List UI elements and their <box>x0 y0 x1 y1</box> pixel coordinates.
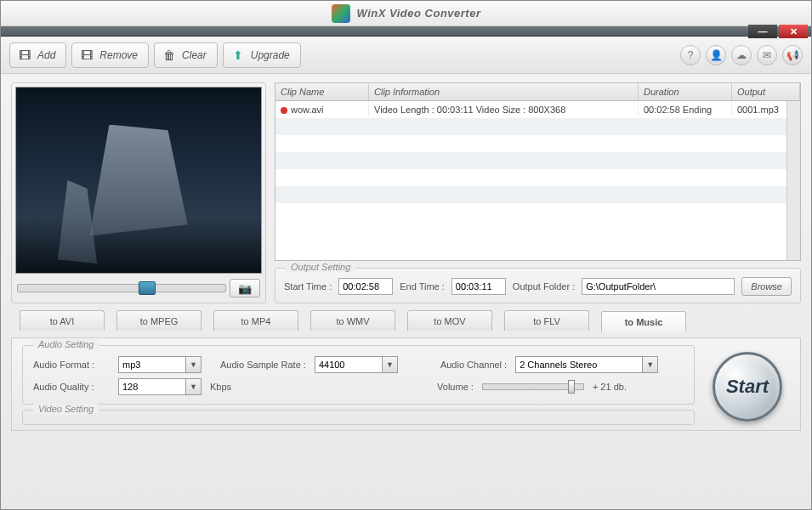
minimize-button[interactable]: — <box>748 25 777 38</box>
toolbar: 🎞 Add 🎞 Remove 🗑 Clear ⬆ Upgrade ? 👤 ☁ ✉… <box>1 37 811 74</box>
audio-quality-select[interactable]: ▼ <box>118 378 202 395</box>
volume-thumb[interactable] <box>568 380 575 394</box>
menubar: — ✕ <box>1 26 811 37</box>
remove-icon: 🎞 <box>79 48 94 63</box>
tab-wmv[interactable]: to WMV <box>310 310 395 331</box>
preview-image <box>16 88 261 273</box>
audio-format-input[interactable] <box>118 356 186 373</box>
audio-quality-unit: Kbps <box>210 382 231 392</box>
video-legend: Video Setting <box>33 404 99 414</box>
dropdown-arrow-icon[interactable]: ▼ <box>383 356 398 373</box>
content: 📷 Clip Name Clip Information Duration Ou… <box>1 74 811 509</box>
end-time-label: End Time : <box>400 281 445 292</box>
close-button[interactable]: ✕ <box>779 25 808 38</box>
tab-music[interactable]: to Music <box>601 311 686 332</box>
audio-channel-select[interactable]: ▼ <box>515 356 658 373</box>
volume-slider[interactable] <box>482 383 584 390</box>
snapshot-button[interactable]: 📷 <box>230 279 260 298</box>
tab-flv[interactable]: to FLV <box>504 310 589 331</box>
app-logo-icon <box>332 4 350 23</box>
volume-label: Volume : <box>437 382 474 392</box>
start-button[interactable]: Start <box>713 352 782 422</box>
remove-button[interactable]: 🎞 Remove <box>71 42 149 68</box>
audio-channel-label: Audio Channel : <box>440 360 507 370</box>
add-button[interactable]: 🎞 Add <box>9 42 66 68</box>
col-duration[interactable]: Duration <box>639 83 732 100</box>
col-output[interactable]: Output <box>732 83 800 100</box>
web-button[interactable]: ☁ <box>731 45 752 65</box>
video-preview[interactable] <box>15 87 262 274</box>
start-time-input[interactable] <box>338 278 393 295</box>
help-button[interactable]: ? <box>680 45 701 65</box>
audio-quality-input[interactable] <box>118 378 186 395</box>
grid-scrollbar[interactable] <box>786 101 800 260</box>
audio-sample-input[interactable] <box>315 356 383 373</box>
dropdown-arrow-icon[interactable]: ▼ <box>186 378 202 395</box>
start-time-label: Start Time : <box>284 281 332 292</box>
tab-mp4[interactable]: to MP4 <box>213 310 298 331</box>
table-row[interactable]: wow.avi Video Length : 00:03:11 Video Si… <box>275 101 800 118</box>
clear-icon: 🗑 <box>162 48 177 63</box>
seek-thumb[interactable] <box>139 281 156 295</box>
audio-format-label: Audio Format : <box>33 360 110 370</box>
grid-body: wow.avi Video Length : 00:03:11 Video Si… <box>275 101 800 260</box>
audio-setting-group: Audio Setting Audio Format : ▼ Audio Sam… <box>22 345 695 405</box>
volume-value: + 21 db. <box>593 382 627 392</box>
mail-button[interactable]: ✉ <box>757 45 777 65</box>
audio-format-select[interactable]: ▼ <box>118 356 202 373</box>
format-tabs: to AVI to MPEG to MP4 to WMV to MOV to F… <box>11 310 801 331</box>
output-folder-label: Output Folder : <box>513 281 575 292</box>
col-clip-name[interactable]: Clip Name <box>275 83 369 100</box>
upgrade-label: Upgrade <box>251 49 290 61</box>
tab-mpeg[interactable]: to MPEG <box>116 310 202 331</box>
clear-button[interactable]: 🗑 Clear <box>154 42 218 68</box>
tab-mov[interactable]: to MOV <box>407 310 492 331</box>
cell-duration: 00:02:58 Ending <box>639 103 732 116</box>
add-label: Add <box>37 49 55 61</box>
output-folder-input[interactable] <box>582 278 735 295</box>
audio-sample-select[interactable]: ▼ <box>315 356 398 373</box>
tab-avi[interactable]: to AVI <box>20 310 105 331</box>
titlebar: WinX Video Converter <box>1 1 811 26</box>
audio-legend: Audio Setting <box>33 339 99 349</box>
audio-channel-input[interactable] <box>515 356 643 373</box>
dropdown-arrow-icon[interactable]: ▼ <box>186 356 202 373</box>
video-setting-group: Video Setting <box>22 410 695 425</box>
clip-grid: Clip Name Clip Information Duration Outp… <box>275 82 801 261</box>
col-clip-info[interactable]: Clip Information <box>369 83 639 100</box>
cell-info: Video Length : 00:03:11 Video Size : 800… <box>369 103 639 116</box>
upgrade-icon: ⬆ <box>230 48 246 63</box>
cell-name: wow.avi <box>291 105 324 115</box>
audio-quality-label: Audio Quality : <box>33 382 110 392</box>
browse-button[interactable]: Browse <box>741 277 792 296</box>
remove-label: Remove <box>99 49 138 61</box>
app-title: WinX Video Converter <box>357 7 481 20</box>
camera-icon: 📷 <box>238 282 252 295</box>
announce-button[interactable]: 📢 <box>782 45 803 65</box>
output-legend: Output Setting <box>286 262 355 272</box>
audio-sample-label: Audio Sample Rate : <box>220 360 306 370</box>
settings-panel: Audio Setting Audio Format : ▼ Audio Sam… <box>11 337 801 431</box>
account-button[interactable]: 👤 <box>706 45 726 65</box>
seek-slider[interactable] <box>17 284 226 292</box>
output-setting-group: Output Setting Start Time : End Time : O… <box>275 268 801 303</box>
clear-label: Clear <box>182 49 207 61</box>
upgrade-button[interactable]: ⬆ Upgrade <box>223 42 301 68</box>
dropdown-arrow-icon[interactable]: ▼ <box>643 356 658 373</box>
add-icon: 🎞 <box>17 48 32 63</box>
app-window: WinX Video Converter — ✕ 🎞 Add 🎞 Remove … <box>0 0 812 510</box>
status-dot-icon <box>281 107 287 114</box>
preview-pane: 📷 <box>11 82 266 303</box>
end-time-input[interactable] <box>451 278 506 295</box>
